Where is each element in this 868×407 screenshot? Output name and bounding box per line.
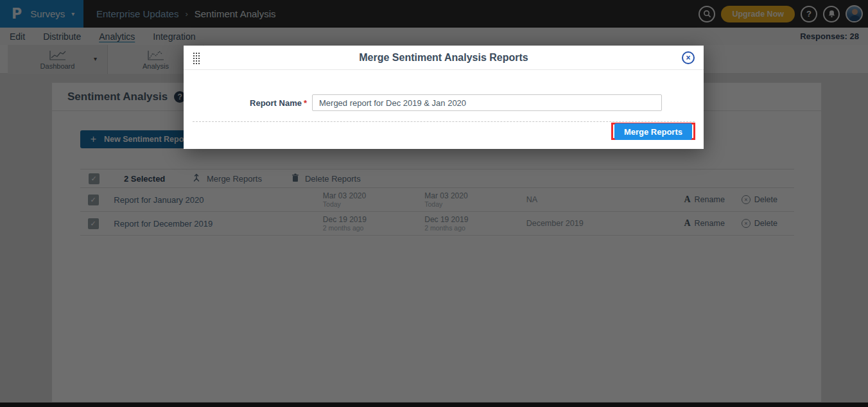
app-screen: P Surveys ▾ Enterprise Updates › Sentime… <box>0 0 868 407</box>
modal-title: Merge Sentiment Analysis Reports <box>359 52 528 64</box>
modal-header: Merge Sentiment Analysis Reports × <box>184 46 704 70</box>
report-name-label: Report Name* <box>184 98 307 108</box>
close-icon[interactable]: × <box>682 51 695 64</box>
modal-body: Report Name* <box>184 70 704 121</box>
merge-reports-submit-button[interactable]: Merge Reports <box>614 123 692 140</box>
report-name-row: Report Name* <box>184 94 704 111</box>
drag-handle-icon[interactable] <box>193 52 200 64</box>
report-name-label-text: Report Name <box>250 98 302 108</box>
footer-divider <box>193 121 695 122</box>
required-marker: * <box>304 98 307 108</box>
merge-reports-modal: Merge Sentiment Analysis Reports × Repor… <box>184 46 704 149</box>
report-name-input[interactable] <box>312 94 662 111</box>
modal-footer: Merge Reports <box>611 123 695 140</box>
action-highlight-annotation: Merge Reports <box>611 123 695 140</box>
